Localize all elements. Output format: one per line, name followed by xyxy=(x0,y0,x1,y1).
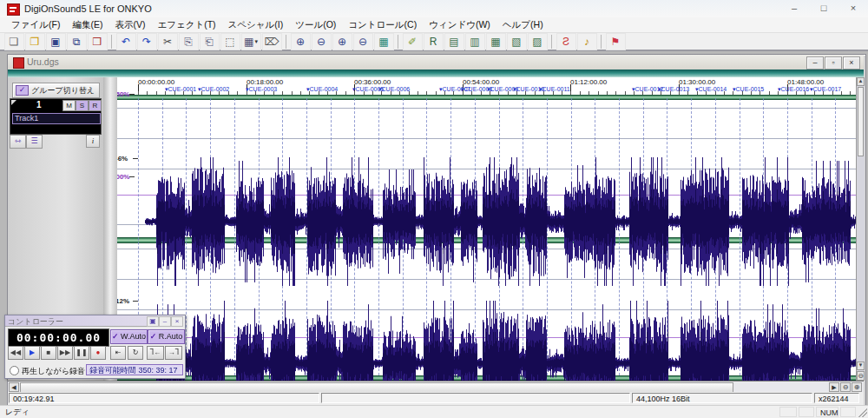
rec-button[interactable]: R xyxy=(89,100,102,111)
rewind-button[interactable]: ◀◀ xyxy=(8,346,23,360)
prev-marker-button[interactable]: Ꞁ← xyxy=(147,346,164,360)
resize-grip[interactable] xyxy=(858,408,867,417)
w-auto-button[interactable]: ✓ W.Auto xyxy=(110,329,148,344)
collapse-track-button[interactable]: ⇿ xyxy=(10,135,26,149)
cue-marker[interactable]: ▾CUE-0001 xyxy=(165,86,196,93)
menu-item-6[interactable]: コントロール(C) xyxy=(342,17,423,33)
group-switch-button[interactable]: ✓ グループ切り替え xyxy=(12,83,100,98)
pause-button[interactable]: ❚❚ xyxy=(74,346,89,360)
view-mixer-icon[interactable]: ▨ xyxy=(528,33,548,50)
horizontal-scrollbar[interactable]: ◀ ▶ ⊖ ⊕ xyxy=(8,381,864,393)
menu-item-1[interactable]: 編集(E) xyxy=(66,17,108,33)
cue-marker[interactable]: ▾CUE-0003 xyxy=(246,86,277,93)
zoom-fit-icon[interactable]: ⊖ xyxy=(353,33,373,50)
cue-marker[interactable]: ▾CUE-0002 xyxy=(198,86,229,93)
export-icon[interactable]: ❒ xyxy=(88,33,108,50)
controller-pin-icon[interactable]: ▣ xyxy=(147,316,159,327)
time-range-icon[interactable]: ▦ xyxy=(374,33,394,50)
waveform-track-2[interactable] xyxy=(145,295,856,381)
insert-paste-icon[interactable]: ▦▾ xyxy=(241,33,261,50)
view-frame-icon[interactable]: ▥ xyxy=(465,33,485,50)
toolbar-separator xyxy=(286,35,286,49)
controller-minimize-icon[interactable]: – xyxy=(159,316,171,327)
record-button[interactable]: ● xyxy=(90,346,106,360)
copy-icon[interactable]: ⎘ xyxy=(179,33,199,50)
hzoom-in-icon[interactable]: ⊕ xyxy=(852,382,862,392)
paste-icon[interactable]: ⎗ xyxy=(200,33,220,50)
cue-marker[interactable]: ▾CUE-0004 xyxy=(306,86,338,93)
vertical-scrollbar[interactable]: ▲ ▼ ⊖ xyxy=(856,77,865,381)
delete-icon[interactable]: ⌦ xyxy=(262,33,282,50)
menu-item-7[interactable]: ウィンドウ(W) xyxy=(423,17,496,33)
menu-item-8[interactable]: ヘルプ(H) xyxy=(496,17,549,33)
redo-icon[interactable]: ↷ xyxy=(137,33,157,50)
cue-marker[interactable]: ▾CUE-0014 xyxy=(695,86,727,93)
trim-icon[interactable]: ⬚ xyxy=(220,33,240,50)
wave-edit-icon[interactable]: ✐ xyxy=(403,33,423,50)
open-folder-icon[interactable]: ❐ xyxy=(25,33,45,50)
controller-title-bar: コントローラー ▣ – × xyxy=(5,315,183,327)
cue-marker[interactable]: ▾CUE-0016 xyxy=(778,86,809,93)
doc-restore-button[interactable]: ▫ xyxy=(825,56,842,70)
menu-item-4[interactable]: スペシャル(I) xyxy=(222,17,290,33)
undo-icon[interactable]: ↶ xyxy=(116,33,136,50)
save-all-icon[interactable]: ⧉ xyxy=(67,33,87,50)
r-auto-button[interactable]: ✓ R.Auto xyxy=(148,329,185,344)
cue-marker[interactable]: ▾CUE-0015 xyxy=(733,86,764,93)
controller-bottom-row: 再生しながら録音 録音可能時間 350: 39: 17 xyxy=(5,364,185,378)
speaker-icon[interactable]: ♪ xyxy=(577,33,597,50)
minimize-button[interactable]: – xyxy=(779,0,809,17)
menu-item-2[interactable]: 表示(V) xyxy=(108,17,151,33)
maximize-button[interactable]: □ xyxy=(809,0,838,17)
new-file-icon[interactable]: ❏ xyxy=(4,33,24,50)
view-list-icon[interactable]: ▦ xyxy=(486,33,506,50)
marker-edit-icon[interactable]: ⚑ xyxy=(606,33,626,50)
loop-button[interactable]: ↻ xyxy=(128,346,143,360)
scroll-down-icon[interactable]: ▼ xyxy=(857,362,865,370)
dropdown-arrow-icon[interactable]: ▾ xyxy=(254,38,258,44)
record-while-play-checkbox[interactable] xyxy=(10,366,19,375)
track-name-field[interactable]: Track1 xyxy=(12,113,101,124)
app-icon xyxy=(7,3,20,16)
track-layers-button[interactable]: ☰ xyxy=(26,135,43,149)
track-tools: ⇿ ☰ i xyxy=(10,135,100,149)
cue-label: CUE-0014 xyxy=(699,86,727,92)
scroll-up-icon[interactable]: ▲ xyxy=(857,77,865,86)
close-button[interactable]: × xyxy=(838,0,868,17)
solo-button[interactable]: S xyxy=(76,100,89,111)
waveform-track-1[interactable] xyxy=(145,153,856,290)
forward-button[interactable]: ▶▶ xyxy=(57,346,73,360)
ruler-time-label: 01:12:00.00 xyxy=(570,78,607,86)
cue-marker[interactable]: ▾CUE-0013 xyxy=(658,86,689,93)
zoom-out-icon[interactable]: ⊖ xyxy=(312,33,332,50)
stop-button[interactable]: ■ xyxy=(41,346,56,360)
zoom-selection-icon[interactable]: ⊕ xyxy=(291,33,311,50)
menu-item-3[interactable]: エフェクト(T) xyxy=(151,17,221,33)
cue-marker[interactable]: ▾CUE-0017 xyxy=(810,86,841,93)
doc-close-button[interactable]: × xyxy=(843,56,860,70)
mute-button[interactable]: M xyxy=(62,100,76,111)
cut-icon[interactable]: ✂ xyxy=(158,33,178,50)
controller-close-icon[interactable]: × xyxy=(171,316,183,327)
zoom-in-wave-icon[interactable]: ⊕ xyxy=(332,33,352,50)
menu-item-5[interactable]: ツール(O) xyxy=(289,17,342,33)
hzoom-out-icon[interactable]: ⊖ xyxy=(840,382,851,392)
view-block-icon[interactable]: ▧ xyxy=(507,33,527,50)
effect-icon[interactable]: Ƨ xyxy=(556,33,576,50)
next-marker-button[interactable]: →Ꞁ xyxy=(165,346,182,360)
record-marker-icon[interactable]: R xyxy=(424,33,444,50)
waveform-region[interactable]: 00:00:00.0000:18:00.0000:36:00.0000:54:0… xyxy=(117,77,856,381)
vzoom-out-icon[interactable]: ⊖ xyxy=(857,371,865,381)
save-icon[interactable]: ▣ xyxy=(46,33,66,50)
play-button[interactable]: ▶ xyxy=(24,346,40,360)
go-start-button[interactable]: ⇤ xyxy=(110,346,126,360)
menu-item-0[interactable]: ファイル(F) xyxy=(5,17,66,33)
view-wave-icon[interactable]: ▤ xyxy=(444,33,464,50)
track-info-button[interactable]: i xyxy=(86,135,100,148)
cue-marker[interactable]: ▾CUE-0011 xyxy=(539,86,570,93)
scroll-right-icon[interactable]: ▶ xyxy=(829,382,839,392)
cue-marker[interactable]: ▾CUE-0006 xyxy=(378,86,410,93)
vscroll-thumb[interactable] xyxy=(858,87,864,156)
doc-minimize-button[interactable]: – xyxy=(806,56,824,70)
scroll-left-icon[interactable]: ◀ xyxy=(9,382,19,392)
